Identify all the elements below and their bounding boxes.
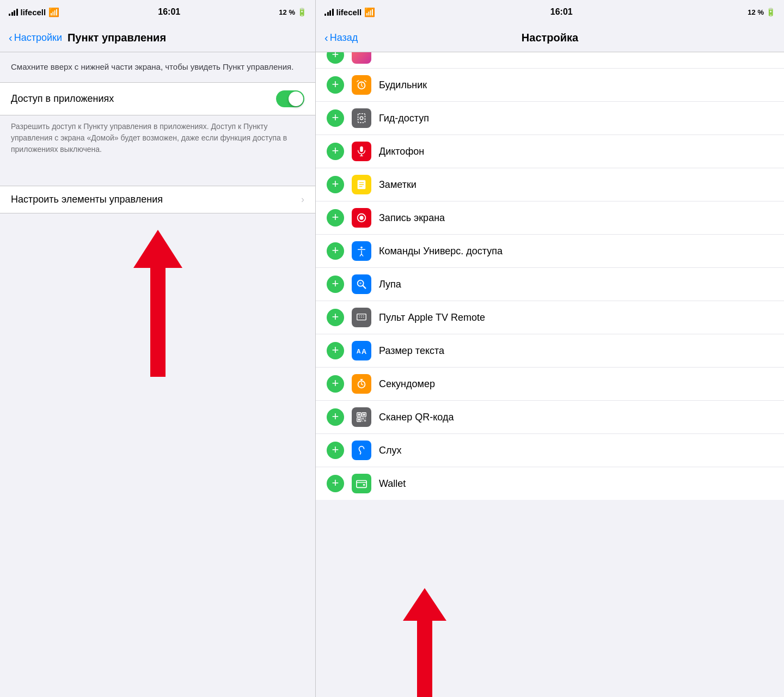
rbar2 xyxy=(327,12,329,16)
add-btn-timer[interactable] xyxy=(327,375,344,393)
add-btn-guided[interactable] xyxy=(327,109,344,127)
list-item-textsize[interactable]: AAРазмер текста xyxy=(316,334,784,368)
label-screen: Запись экрана xyxy=(379,212,773,224)
icon-screen xyxy=(352,208,371,228)
left-menu-section: Настроить элементы управления › xyxy=(0,186,315,213)
icon-timer xyxy=(352,374,371,394)
signal-bars xyxy=(9,8,18,16)
bar2 xyxy=(11,12,13,16)
label-qr: Сканер QR-кода xyxy=(379,412,773,423)
icon-appletv xyxy=(352,308,371,327)
svg-rect-13 xyxy=(359,315,360,316)
list-item-accessibility[interactable]: Команды Универс. доступа xyxy=(316,235,784,268)
add-btn-accessibility[interactable] xyxy=(327,242,344,260)
battery-percent: 12 % xyxy=(279,8,295,16)
svg-rect-3 xyxy=(360,146,363,152)
left-arrow-annotation xyxy=(0,213,315,698)
svg-rect-23 xyxy=(358,414,360,416)
label-timer: Секундомер xyxy=(379,378,773,390)
add-btn-voice[interactable] xyxy=(327,143,344,160)
customize-controls-row[interactable]: Настроить элементы управления › xyxy=(0,186,315,213)
label-notes: Заметки xyxy=(379,179,773,191)
right-arrow-shaft xyxy=(417,621,432,697)
right-battery-icon: 🔋 xyxy=(766,8,775,16)
svg-rect-17 xyxy=(361,317,362,317)
list-item-wallet[interactable]: Wallet xyxy=(316,467,784,500)
left-description-2: Разрешить доступ к Пункту управления в п… xyxy=(0,115,315,166)
left-back-button[interactable]: ‹ Настройки xyxy=(9,32,62,44)
list-item-timer[interactable]: Секундомер xyxy=(316,368,784,401)
svg-rect-15 xyxy=(363,315,364,316)
right-page-title: Настройка xyxy=(522,32,578,44)
right-signal-bars xyxy=(324,8,334,16)
icon-qr xyxy=(352,407,371,427)
add-btn-hearing[interactable] xyxy=(327,442,344,459)
add-btn-qr[interactable] xyxy=(327,408,344,426)
svg-rect-16 xyxy=(359,317,360,317)
left-battery: 12 % 🔋 xyxy=(279,8,307,16)
right-time: 16:01 xyxy=(550,7,573,17)
left-toggle-section: Доступ в приложениях xyxy=(0,82,315,115)
icon-guided xyxy=(352,108,371,128)
svg-rect-18 xyxy=(363,317,364,317)
arrow-shaft xyxy=(150,268,166,377)
add-btn-alarm[interactable] xyxy=(327,76,344,94)
right-battery: 12 % 🔋 xyxy=(748,8,775,16)
list-item-qr[interactable]: Сканер QR-кода xyxy=(316,401,784,434)
label-alarm: Будильник xyxy=(379,80,773,91)
left-description: Смахните вверх с нижней части экрана, чт… xyxy=(0,52,315,82)
svg-rect-34 xyxy=(363,484,365,486)
add-btn-screen[interactable] xyxy=(327,209,344,227)
svg-point-32 xyxy=(360,454,361,455)
label-magnifier: Лупа xyxy=(379,279,773,290)
list-item-voice[interactable]: Диктофон xyxy=(316,135,784,168)
carrier-name: lifecell xyxy=(21,8,46,17)
add-btn-notes[interactable] xyxy=(327,176,344,193)
icon-hearing xyxy=(352,441,371,460)
left-back-label[interactable]: Настройки xyxy=(14,32,62,44)
icon-voice xyxy=(352,142,371,161)
bar1 xyxy=(9,14,10,16)
add-btn-textsize[interactable] xyxy=(327,342,344,359)
list-item-alarm[interactable]: Будильник xyxy=(316,69,784,102)
right-chevron-icon: ‹ xyxy=(324,32,328,44)
svg-text:A: A xyxy=(362,347,366,356)
list-item-screen[interactable]: Запись экрана xyxy=(316,201,784,235)
list-item-guided[interactable]: Гид-доступ xyxy=(316,102,784,135)
bar4 xyxy=(16,9,18,16)
svg-rect-31 xyxy=(364,420,366,422)
list-item-hearing[interactable]: Слух xyxy=(316,434,784,467)
right-battery-percent: 12 % xyxy=(748,8,764,16)
right-carrier-signal: lifecell 📶 xyxy=(324,7,375,17)
right-back-label[interactable]: Назад xyxy=(330,32,358,44)
add-btn-magnifier[interactable] xyxy=(327,276,344,293)
svg-rect-30 xyxy=(362,420,363,421)
right-status-bar: lifecell 📶 16:01 12 % 🔋 xyxy=(316,0,784,24)
right-back-button[interactable]: ‹ Назад xyxy=(324,32,358,44)
arrow-head xyxy=(133,230,182,268)
bar3 xyxy=(14,10,15,16)
chevron-right-icon: › xyxy=(301,194,304,205)
right-carrier-name: lifecell xyxy=(336,8,362,17)
list-items-container: БудильникГид-доступДиктофонЗаметкиЗапись… xyxy=(316,69,784,500)
wifi-icon: 📶 xyxy=(48,7,59,17)
list-item-magnifier[interactable]: Лупа xyxy=(316,268,784,301)
add-btn-appletv[interactable] xyxy=(327,309,344,326)
partial-top-item xyxy=(316,52,784,69)
add-btn-wallet[interactable] xyxy=(327,475,344,492)
access-toggle-row[interactable]: Доступ в приложениях xyxy=(0,83,315,115)
access-toggle[interactable] xyxy=(276,90,304,107)
list-item-notes[interactable]: Заметки xyxy=(316,168,784,201)
icon-textsize: AA xyxy=(352,341,371,360)
label-hearing: Слух xyxy=(379,445,773,456)
left-carrier-signal: lifecell 📶 xyxy=(9,7,59,17)
svg-point-9 xyxy=(360,247,363,249)
label-accessibility: Команды Универс. доступа xyxy=(379,246,773,257)
left-chevron-icon: ‹ xyxy=(9,32,13,44)
right-wifi-icon: 📶 xyxy=(364,7,375,17)
icon-wallet xyxy=(352,474,371,493)
list-item-appletv[interactable]: Пульт Apple TV Remote xyxy=(316,301,784,334)
label-textsize: Размер текста xyxy=(379,345,773,357)
partial-add-btn[interactable] xyxy=(327,52,344,64)
battery-icon: 🔋 xyxy=(297,8,307,16)
